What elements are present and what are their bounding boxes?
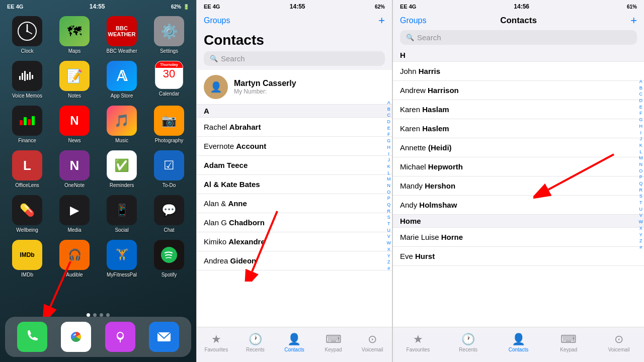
- tab-keypad-p3[interactable]: ⌨ Keypad: [553, 333, 584, 352]
- contact-alexandre[interactable]: Kimiko Alexandre: [197, 232, 392, 251]
- add-contact-button-p3[interactable]: +: [630, 14, 637, 27]
- time-home: 14:55: [90, 3, 105, 10]
- app-voicememos[interactable]: Voice Memos: [7, 61, 47, 99]
- svg-point-14: [117, 332, 123, 338]
- dock-chrome[interactable]: [61, 322, 91, 352]
- app-grid: Clock 🗺 Maps BBCWEATHER BBC Weather ⚙️ S…: [0, 11, 196, 283]
- app-social[interactable]: 📱 Social: [102, 195, 142, 233]
- contact-holmshaw[interactable]: Andy Holmshaw: [393, 196, 644, 215]
- app-spotify[interactable]: Spotify: [149, 240, 189, 278]
- app-chat[interactable]: 💬 Chat: [149, 195, 189, 233]
- contact-hurst[interactable]: Eve Hurst: [393, 247, 644, 266]
- contacts-h-list: H John Harris Andrew Harrison Karen Hasl…: [393, 49, 644, 333]
- tab-contacts-p2[interactable]: 👤 Contacts: [279, 333, 309, 352]
- carrier-p3: EE 4G: [400, 4, 416, 10]
- app-audible[interactable]: 🎧 Audible: [54, 240, 95, 278]
- status-bar-home: EE 4G 14:55 62% 🔋: [0, 0, 196, 11]
- tab-favourites-p2[interactable]: ★ Favourites: [201, 333, 231, 352]
- search-placeholder-p2: Search: [221, 54, 245, 63]
- tab-recents-p2[interactable]: 🕐 Recents: [240, 333, 270, 352]
- battery-icon-home: 🔋: [183, 4, 189, 10]
- search-icon-p3: 🔍: [406, 34, 414, 41]
- add-contact-button[interactable]: +: [378, 14, 385, 27]
- contact-gideon[interactable]: Andrea Gideon: [197, 251, 392, 270]
- contact-harris[interactable]: John Harris: [393, 62, 644, 81]
- dock-mail[interactable]: [149, 322, 179, 352]
- app-imdb[interactable]: IMDb IMDb: [7, 240, 47, 278]
- groups-button-p3[interactable]: Groups: [400, 16, 426, 25]
- tab-keypad-label-p3: Keypad: [560, 347, 577, 352]
- app-appstore[interactable]: 𝔸 App Store: [102, 61, 142, 99]
- app-finance-label: Finance: [18, 138, 36, 143]
- tab-keypad-p2[interactable]: ⌨ Keypad: [318, 333, 349, 352]
- app-wellbeing[interactable]: 💊 Wellbeing: [7, 195, 47, 233]
- status-bar-p3: EE 4G 14:56 61%: [393, 0, 644, 11]
- contact-haslem[interactable]: Karen Haslem: [393, 119, 644, 138]
- my-contact-sub: My Number:: [234, 88, 296, 95]
- app-officelens[interactable]: L OfficeLens: [7, 150, 47, 188]
- contacts-search-bar[interactable]: 🔍 Search: [204, 51, 385, 66]
- contact-bates[interactable]: Al & Kate Bates: [197, 175, 392, 194]
- contacts-h-panel: EE 4G 14:56 61% Groups Contacts + 🔍 Sear…: [392, 0, 644, 362]
- contact-horne[interactable]: Marie Luise Horne: [393, 228, 644, 247]
- app-clock-label: Clock: [21, 48, 33, 54]
- contact-heidi[interactable]: Annette (Heidi): [393, 138, 644, 157]
- app-media-label: Media: [67, 227, 81, 233]
- app-news[interactable]: N News: [54, 106, 95, 143]
- tab-bar-p2: ★ Favourites 🕐 Recents 👤 Contacts ⌨ Keyp…: [197, 327, 392, 362]
- tab-recents-p3[interactable]: 🕐 Recents: [453, 333, 484, 352]
- tab-keypad-label-p2: Keypad: [325, 347, 342, 352]
- contact-hepworth[interactable]: Michael Hepworth: [393, 157, 644, 176]
- svg-rect-7: [27, 74, 28, 80]
- recents-icon-p2: 🕐: [249, 333, 262, 346]
- status-bar-contacts: EE 4G 14:55 62%: [197, 0, 392, 11]
- contact-hershon[interactable]: Mandy Hershon: [393, 176, 644, 196]
- app-reminders[interactable]: ✅ Reminders: [102, 150, 142, 188]
- groups-button[interactable]: Groups: [204, 16, 230, 25]
- contact-abrahart[interactable]: Rachel Abrahart: [197, 118, 392, 137]
- alpha-index-p2[interactable]: ABC DEF GHI JKL MNO PQR STU VWX YZ#: [387, 100, 391, 272]
- voicemail-icon-p2: ⊙: [368, 333, 377, 346]
- app-myfitnesspal[interactable]: 🏋 MyFitnessPal: [102, 240, 142, 278]
- contacts-list: 👤 Martyn Casserly My Number: A Rachel Ab…: [197, 70, 392, 341]
- contacts-panel: EE 4G 14:55 62% Groups + Contacts 🔍 Sear…: [196, 0, 392, 362]
- time-p3: 14:56: [514, 3, 529, 10]
- home-screen: EE 4G 14:55 62% 🔋 Clock 🗺: [0, 0, 196, 362]
- app-onenote[interactable]: N OneNote: [54, 150, 95, 188]
- carrier-p2: EE 4G: [204, 4, 220, 10]
- app-finance[interactable]: Finance: [7, 106, 47, 143]
- tab-contacts-p3[interactable]: 👤 Contacts: [503, 333, 533, 352]
- contact-haslam[interactable]: Karen Haslam: [393, 100, 644, 119]
- app-wellbeing-label: Wellbeing: [16, 227, 38, 233]
- contact-teece[interactable]: Adam Teece: [197, 156, 392, 175]
- tab-voicemail-p2[interactable]: ⊙ Voicemail: [357, 333, 387, 352]
- app-maps[interactable]: 🗺 Maps: [54, 16, 95, 54]
- app-clock[interactable]: Clock: [7, 16, 47, 54]
- app-notes[interactable]: 📝 Notes: [54, 61, 95, 99]
- tab-favourites-p3[interactable]: ★ Favourites: [403, 333, 433, 352]
- favourites-icon-p2: ★: [211, 333, 221, 346]
- dock-podcast[interactable]: [105, 322, 135, 352]
- app-photography[interactable]: 📷 Photography: [149, 106, 189, 143]
- app-calendar[interactable]: Thursday 30 Calendar: [149, 61, 189, 99]
- contacts2-search-bar[interactable]: 🔍 Search: [400, 30, 637, 45]
- contact-harrison[interactable]: Andrew Harrison: [393, 81, 644, 100]
- contact-anne[interactable]: Alan & Anne: [197, 194, 392, 213]
- svg-rect-9: [32, 75, 33, 79]
- app-todo[interactable]: ☑ To-Do: [149, 150, 189, 188]
- dock-phone[interactable]: [17, 322, 47, 352]
- tab-favourites-label-p3: Favourites: [407, 347, 430, 352]
- app-bbc[interactable]: BBCWEATHER BBC Weather: [102, 16, 142, 54]
- app-spotify-label: Spotify: [162, 272, 177, 278]
- contacts-nav: Groups +: [197, 11, 392, 30]
- app-music[interactable]: 🎵 Music: [102, 106, 142, 143]
- contact-account[interactable]: Evernote Account: [197, 137, 392, 156]
- app-voicememos-label: Voice Memos: [12, 93, 42, 99]
- tab-voicemail-p3[interactable]: ⊙ Voicemail: [604, 333, 634, 352]
- contacts-title: Contacts: [197, 30, 392, 51]
- contact-chadborn[interactable]: Alan G Chadborn: [197, 213, 392, 232]
- app-settings[interactable]: ⚙️ Settings: [149, 16, 189, 54]
- alpha-index-p3[interactable]: A B C D E F G H I J K L M N O P Q R S T …: [639, 79, 643, 251]
- my-contact-row[interactable]: 👤 Martyn Casserly My Number:: [197, 70, 392, 105]
- app-media[interactable]: ▶ Media: [54, 195, 95, 233]
